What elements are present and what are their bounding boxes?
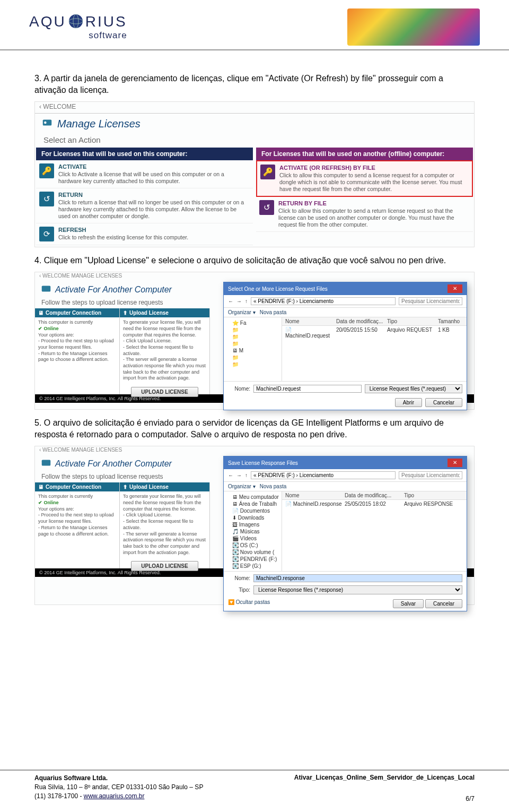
- logo: AQURIUS software: [29, 13, 127, 41]
- return-icon: ↺: [39, 192, 54, 206]
- logo-text-lower: software: [29, 30, 127, 41]
- folder-tree[interactable]: 🖥 Meu computador 🖥 Área de Trabalh 📄 Doc…: [224, 491, 282, 571]
- filetype-select[interactable]: License Response files (*.response): [253, 585, 462, 594]
- filetype-label: Tipo:: [228, 587, 250, 593]
- dialog-title: Select One or More License Request Files: [228, 286, 328, 292]
- hide-folders-link[interactable]: Ocultar pastas: [236, 599, 270, 605]
- manage-licenses-title: Manage Licenses: [35, 114, 474, 134]
- step-4-text: 4. Clique em "Upload License" e selecion…: [34, 255, 475, 266]
- panel-computer-connection: 🖥Computer Connection This computer is cu…: [35, 308, 120, 394]
- forward-icon[interactable]: →: [236, 298, 242, 304]
- back-icon[interactable]: ←: [228, 298, 233, 304]
- upload-icon: ⬆: [123, 310, 127, 316]
- filename-label: Nome:: [228, 575, 250, 581]
- step-5-text: 5. O arquivo de solicitação é enviado pa…: [34, 417, 475, 440]
- save-button[interactable]: Salvar: [393, 599, 424, 608]
- footer-company: Aquarius Software Ltda.: [34, 774, 108, 782]
- filename-input[interactable]: [253, 385, 362, 393]
- breadcrumb: ‹ WELCOME: [35, 102, 474, 114]
- action-activate-by-file[interactable]: 🔑 ACTIVATE (OR REFRESH) BY FILEClick to …: [256, 160, 473, 197]
- forward-icon[interactable]: →: [236, 472, 242, 478]
- return-file-icon: ↺: [259, 200, 274, 215]
- step-3-text: 3. A partir da janela de gerenciamento d…: [34, 73, 475, 96]
- license-icon: [41, 117, 53, 131]
- key-icon: 🔑: [39, 163, 54, 178]
- back-icon[interactable]: ←: [228, 472, 233, 478]
- filename-input[interactable]: [253, 574, 462, 582]
- search-input[interactable]: [399, 471, 462, 479]
- folder-tree[interactable]: ⭐ Fa📁📁📁🖥 M📁📁: [224, 317, 282, 381]
- footer-url-link[interactable]: www.aquarius.com.br: [84, 792, 145, 800]
- action-return[interactable]: ↺ RETURNClick to return a license that w…: [36, 188, 253, 223]
- refresh-icon: ⟳: [39, 227, 54, 241]
- upload-icon: ⬆: [123, 484, 127, 490]
- filetype-select[interactable]: License Request files (*.request): [365, 384, 462, 393]
- license-icon: [40, 457, 52, 471]
- page-footer: Aquarius Software Ltda. Rua Silvia, 110 …: [0, 770, 509, 802]
- file-row[interactable]: 📄 MachineID.response25/05/2015 18:02Arqu…: [282, 500, 467, 508]
- dialog-title: Save License Response Files: [228, 460, 298, 466]
- license-icon: [40, 283, 52, 297]
- page-header: AQURIUS software: [0, 0, 509, 50]
- filename-label: Nome:: [228, 386, 250, 392]
- monitor-icon: 🖥: [38, 310, 43, 316]
- file-open-dialog: Select One or More License Request Files…: [223, 282, 467, 410]
- cancel-button[interactable]: Cancelar: [425, 398, 462, 407]
- path-input[interactable]: [251, 471, 396, 479]
- col-header-this-computer: For Licenses that will be used on this c…: [36, 148, 253, 160]
- breadcrumb: ‹ WELCOME MANAGE LICENSES: [35, 272, 474, 282]
- logo-text-upper1: AQU: [29, 13, 66, 30]
- new-folder-button[interactable]: Nova pasta: [260, 483, 287, 489]
- screenshot-manage-licenses: ‹ WELCOME Manage Licenses Select an Acti…: [34, 101, 475, 247]
- svg-rect-5: [42, 286, 51, 292]
- footer-address: Rua Silvia, 110 – 8º andar, CEP 01331-01…: [34, 783, 203, 791]
- panel-computer-connection: 🖥Computer Connection This computer is cu…: [35, 482, 120, 568]
- organize-menu[interactable]: Organizar ▾: [228, 483, 256, 489]
- up-icon[interactable]: ↑: [245, 472, 248, 478]
- new-folder-button[interactable]: Nova pasta: [260, 309, 287, 315]
- svg-rect-6: [42, 460, 51, 466]
- screenshot-upload-open: ‹ WELCOME MANAGE LICENSES Activate For A…: [34, 272, 475, 410]
- panel-upload-license: ⬆Upload License To generate your license…: [120, 482, 210, 568]
- path-input[interactable]: [251, 297, 396, 305]
- col-header-another-computer: For Licenses that will be used on anothe…: [256, 148, 473, 160]
- select-action-label: Select an Action: [35, 134, 474, 148]
- file-list[interactable]: NomeData de modificaç...TipoTamanho 📄 Ma…: [282, 317, 467, 381]
- panel-upload-license: ⬆Upload License To generate your license…: [120, 308, 210, 394]
- header-artwork: [347, 8, 480, 46]
- svg-point-0: [69, 14, 83, 28]
- close-icon[interactable]: ✕: [447, 459, 462, 467]
- action-activate[interactable]: 🔑 ACTIVATEClick to Activate a license th…: [36, 160, 253, 188]
- up-icon[interactable]: ↑: [245, 298, 248, 304]
- logo-text-upper2: RIUS: [85, 13, 127, 30]
- file-row[interactable]: 📄 MachineID.request20/05/2015 15:50Arqui…: [282, 326, 467, 340]
- action-return-by-file[interactable]: ↺ RETURN BY FILEClick to allow this comp…: [256, 197, 473, 232]
- page-number: 6/7: [294, 795, 475, 802]
- organize-menu[interactable]: Organizar ▾: [228, 309, 256, 315]
- close-icon[interactable]: ✕: [447, 284, 462, 293]
- key-file-icon: 🔑: [260, 165, 275, 179]
- file-list[interactable]: NomeData de modificaç...Tipo 📄 MachineID…: [282, 491, 467, 571]
- open-button[interactable]: Abrir: [395, 398, 422, 407]
- action-refresh[interactable]: ⟳ REFRESHClick to refresh the existing l…: [36, 223, 253, 245]
- globe-icon: [67, 13, 84, 30]
- footer-doc-title: Ativar_Licenças_Online_Sem_Servidor_de_L…: [294, 774, 475, 781]
- svg-point-4: [44, 122, 47, 124]
- search-input[interactable]: [399, 297, 462, 305]
- screenshot-upload-save: ‹ WELCOME MANAGE LICENSES Activate For A…: [34, 446, 475, 605]
- cancel-button[interactable]: Cancelar: [425, 599, 462, 608]
- monitor-icon: 🖥: [38, 484, 43, 490]
- file-save-dialog: Save License Response Files ✕ ← → ↑ Orga…: [223, 456, 467, 611]
- footer-phone: (11) 3178-1700 -: [34, 792, 84, 800]
- breadcrumb: ‹ WELCOME MANAGE LICENSES: [35, 446, 474, 456]
